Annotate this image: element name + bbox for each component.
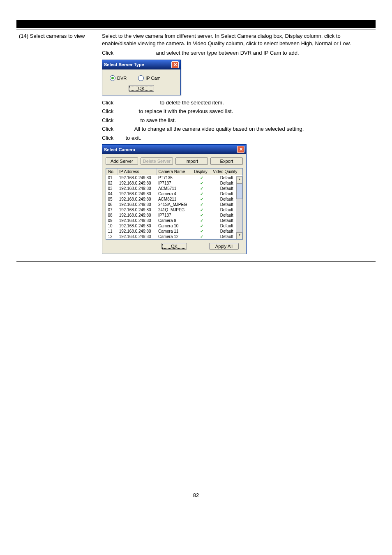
click-word: Click xyxy=(102,99,113,106)
table-cell: 09 xyxy=(106,218,118,223)
camera-grid: No. IP Address Camera Name Display Video… xyxy=(106,168,243,240)
intro-paragraph: Select to the view camera from different… xyxy=(102,32,373,47)
apply-all-button[interactable]: Apply All xyxy=(209,243,239,250)
table-cell: 04 xyxy=(106,191,118,197)
display-cell[interactable]: ✓ xyxy=(192,191,211,197)
table-cell: 08 xyxy=(106,213,118,218)
table-row[interactable]: 03192.168.0.249:80ACM5711✓Default xyxy=(106,186,242,191)
display-cell[interactable]: ✓ xyxy=(192,207,211,213)
instr-text: All to change all the camera video quali… xyxy=(134,126,304,132)
table-row[interactable]: 12192.168.0.249:80Camera 12✓Default xyxy=(106,234,242,239)
table-cell: 241Q_MJPEG xyxy=(157,207,192,213)
checkmark-icon: ✓ xyxy=(200,213,203,217)
table-cell: 192.168.0.249:80 xyxy=(118,180,157,186)
table-row[interactable]: 02192.168.0.249:80IP7137✓Default xyxy=(106,180,242,186)
col-camera-name[interactable]: Camera Name xyxy=(157,169,192,175)
server-type-dialog: Select Server Type ✕ DVR xyxy=(102,60,181,95)
table-cell: 192.168.0.249:80 xyxy=(118,197,157,202)
table-cell: 192.168.0.249:80 xyxy=(118,213,157,218)
instr-text: to save the list. xyxy=(140,117,176,123)
add-server-button[interactable]: Add Server xyxy=(106,157,138,165)
table-cell: 192.168.0.249:80 xyxy=(118,218,157,223)
select-camera-dialog: Select Camera ✕ Add Server Delete Server… xyxy=(102,144,247,254)
close-icon[interactable]: ✕ xyxy=(237,146,244,153)
checkmark-icon: ✓ xyxy=(200,224,203,228)
scroll-up-icon[interactable]: ▴ xyxy=(236,176,242,183)
content-table: (14) Select cameras to view Select to th… xyxy=(16,30,376,260)
dialog-body: Add Server Delete Server Import Export N… xyxy=(102,154,246,254)
header-black-bar xyxy=(16,20,376,28)
close-icon[interactable]: ✕ xyxy=(171,61,179,68)
display-cell[interactable]: ✓ xyxy=(192,213,211,218)
import-button[interactable]: Import xyxy=(175,157,208,165)
display-cell[interactable]: ✓ xyxy=(192,202,211,207)
table-row[interactable]: 10192.168.0.249:80Camera 10✓Default xyxy=(106,223,242,229)
scroll-thumb[interactable] xyxy=(236,183,242,199)
table-row[interactable]: 05192.168.0.249:80ACM8211✓Default xyxy=(106,197,242,202)
click-word: Click xyxy=(102,126,113,132)
checkmark-icon: ✓ xyxy=(200,176,203,180)
checkmark-icon: ✓ xyxy=(200,208,203,212)
col-ip[interactable]: IP Address xyxy=(118,169,157,175)
divider-bottom xyxy=(16,261,376,262)
table-cell: Camera 10 xyxy=(157,223,192,229)
table-cell: Camera 4 xyxy=(157,191,192,197)
col-no[interactable]: No. xyxy=(106,169,118,175)
instr-text: to delete the selected item. xyxy=(160,99,224,106)
instr-text: and select the server type between DVR a… xyxy=(156,50,299,56)
display-cell[interactable]: ✓ xyxy=(192,234,211,239)
export-button[interactable]: Export xyxy=(210,157,243,165)
display-cell[interactable]: ✓ xyxy=(192,186,211,191)
table-cell: Camera 11 xyxy=(157,229,192,234)
checkmark-icon: ✓ xyxy=(200,181,203,185)
radio-icon xyxy=(110,75,115,81)
table-row[interactable]: 11192.168.0.249:80Camera 11✓Default xyxy=(106,229,242,234)
dialog-body: DVR IP Cam OK xyxy=(102,69,180,95)
table-row[interactable]: 08192.168.0.249:80IP7137✓Default xyxy=(106,213,242,218)
dialog-bottom-buttons: OK Apply All xyxy=(106,240,243,250)
ok-button[interactable]: OK xyxy=(129,85,154,92)
table-cell: 03 xyxy=(106,186,118,191)
click-word: Click xyxy=(102,108,113,114)
instr-text: to replace it with the previous saved li… xyxy=(138,108,233,114)
table-cell: 192.168.0.249:80 xyxy=(118,175,157,181)
table-cell: PT7135 xyxy=(157,175,192,181)
table-row[interactable]: 01192.168.0.249:80PT7135✓Default xyxy=(106,175,242,181)
vertical-scrollbar[interactable]: ▴ ▾ xyxy=(236,176,242,239)
display-cell[interactable]: ✓ xyxy=(192,223,211,229)
checkmark-icon: ✓ xyxy=(200,202,203,207)
radio-dvr[interactable]: DVR xyxy=(110,75,127,81)
instr-export: Click to save the list. xyxy=(102,116,373,125)
col-video-quality[interactable]: Video Quality xyxy=(211,169,242,175)
scroll-down-icon[interactable]: ▾ xyxy=(236,232,242,239)
dialog-title: Select Server Type xyxy=(104,62,144,67)
click-word: Click xyxy=(102,50,113,56)
table-cell: 02 xyxy=(106,180,118,186)
checkmark-icon: ✓ xyxy=(200,192,203,196)
ok-button[interactable]: OK xyxy=(161,243,187,250)
instr-add-server: Click and select the server type between… xyxy=(102,49,373,57)
col-display[interactable]: Display xyxy=(192,169,211,175)
display-cell[interactable]: ✓ xyxy=(192,229,211,234)
table-row[interactable]: 04192.168.0.249:80Camera 4✓Default xyxy=(106,191,242,197)
table-row[interactable]: 06192.168.0.249:80241SA_MJPEG✓Default xyxy=(106,202,242,207)
radio-icon xyxy=(138,75,144,81)
table-row[interactable]: 07192.168.0.249:80241Q_MJPEG✓Default xyxy=(106,207,242,213)
display-cell[interactable]: ✓ xyxy=(192,218,211,223)
display-cell[interactable]: ✓ xyxy=(192,175,211,181)
display-cell[interactable]: ✓ xyxy=(192,180,211,186)
table-cell: 05 xyxy=(106,197,118,202)
table-cell: 192.168.0.249:80 xyxy=(118,229,157,234)
radio-ipcam[interactable]: IP Cam xyxy=(138,75,160,81)
click-word: Click xyxy=(102,117,113,123)
row-title: Select cameras to view xyxy=(30,33,85,39)
table-cell: Camera 9 xyxy=(157,218,192,223)
table-row[interactable]: 09192.168.0.249:80Camera 9✓Default xyxy=(106,218,242,223)
table-cell: ACM5711 xyxy=(157,186,192,191)
table-cell: Camera 12 xyxy=(157,234,192,239)
table-cell: IP7137 xyxy=(157,180,192,186)
display-cell[interactable]: ✓ xyxy=(192,197,211,202)
instr-text: to exit. xyxy=(125,135,141,141)
row-heading: (14) Select cameras to view xyxy=(19,32,97,40)
table-cell: 192.168.0.249:80 xyxy=(118,234,157,239)
